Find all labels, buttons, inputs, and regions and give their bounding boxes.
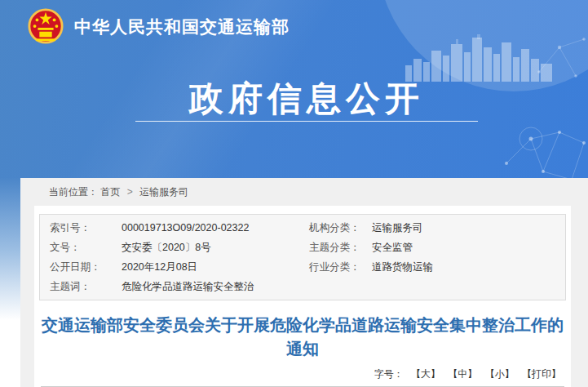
left-decor-strip [0, 178, 20, 387]
meta-value-topic: 安全监管 [372, 241, 565, 255]
content-area: 当前位置： 首页 > 运输服务司 索引号： 000019713O09/2020-… [0, 178, 588, 387]
meta-label-index: 索引号： [50, 221, 122, 235]
site-header: 中华人民共和国交通运输部 政府信息公开 [0, 0, 588, 178]
font-size-label: 字号： [374, 368, 404, 380]
page-title-block: 政府信息公开 [135, 80, 478, 122]
document-title: 交通运输部安全委员会关于开展危险化学品道路运输安全集中整治工作的通知 [41, 314, 564, 361]
font-size-large-button[interactable]: 【大】 [411, 368, 440, 380]
meta-label-docnum: 文号： [50, 241, 122, 255]
print-button[interactable]: 【打印】 [522, 368, 561, 380]
meta-label-date: 公开日期： [50, 260, 122, 274]
page: 中华人民共和国交通运输部 政府信息公开 当前位置： 首页 > 运输服务司 索引号… [0, 0, 588, 387]
meta-label-keywords: 主题词： [50, 280, 122, 294]
font-size-small-button[interactable]: 【小】 [485, 368, 515, 380]
document-meta-table: 索引号： 000019713O09/2020-02322 机构分类： 运输服务司… [39, 214, 566, 300]
table-row: 文号： 交安委〔2020〕8号 主题分类： 安全监管 [40, 238, 565, 257]
font-size-controls: 字号： 【大】 【中】 【小】 【打印】 [39, 367, 566, 381]
content-panel: 索引号： 000019713O09/2020-02322 机构分类： 运输服务司… [34, 206, 571, 387]
meta-value-org: 运输服务司 [372, 221, 565, 235]
site-logo[interactable]: 中华人民共和国交通运输部 [27, 7, 290, 47]
title-underline [135, 121, 478, 122]
breadcrumb: 当前位置： 首页 > 运输服务司 [49, 178, 188, 206]
font-size-medium-button[interactable]: 【中】 [448, 368, 477, 380]
site-name: 中华人民共和国交通运输部 [74, 16, 290, 38]
meta-value-industry: 道路货物运输 [372, 260, 565, 274]
meta-value-index: 000019713O09/2020-02322 [122, 222, 309, 234]
meta-value-docnum: 交安委〔2020〕8号 [122, 241, 309, 255]
network-decoration [498, 114, 588, 178]
meta-label-org: 机构分类： [309, 221, 372, 235]
table-row: 公开日期： 2020年12月08日 行业分类： 道路货物运输 [40, 257, 565, 277]
meta-label-topic: 主题分类： [309, 241, 372, 255]
meta-value-date: 2020年12月08日 [122, 260, 309, 274]
table-row: 索引号： 000019713O09/2020-02322 机构分类： 运输服务司 [40, 218, 565, 238]
page-title: 政府信息公开 [135, 80, 478, 118]
meta-value-keywords: 危险化学品道路运输安全整治 [122, 280, 309, 294]
breadcrumb-separator-icon: > [127, 186, 133, 198]
city-skyline-icon [405, 34, 552, 82]
breadcrumb-section-link[interactable]: 运输服务司 [139, 186, 188, 198]
network-decoration-small [531, 15, 588, 80]
meta-label-industry: 行业分类： [309, 260, 372, 274]
breadcrumb-label: 当前位置： [49, 186, 98, 198]
breadcrumb-home-link[interactable]: 首页 [100, 186, 120, 198]
table-row: 主题词： 危险化学品道路运输安全整治 [40, 277, 565, 296]
national-emblem-icon [27, 7, 64, 47]
